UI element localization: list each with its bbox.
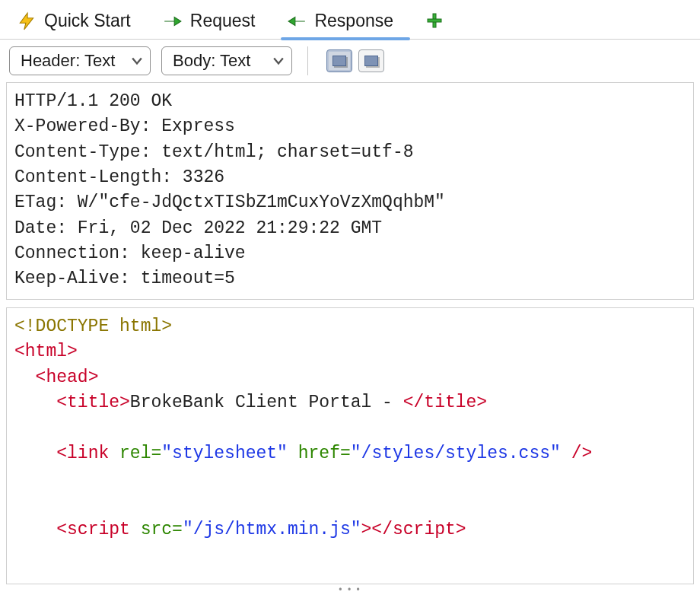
tag-name: html xyxy=(25,342,67,361)
doctype: <!DOCTYPE html> xyxy=(14,317,172,336)
tag-close: > xyxy=(67,342,78,361)
header-line: X-Powered-By: Express xyxy=(14,116,235,136)
plus-icon xyxy=(425,11,445,31)
eq: = xyxy=(340,444,351,463)
dropdown-label: Body: Text xyxy=(173,51,250,71)
tag-close: > xyxy=(361,520,372,539)
separator xyxy=(307,46,308,75)
title-text: BrokeBank Client Portal - xyxy=(130,393,403,412)
tag-name: link xyxy=(67,444,109,463)
attr-name: src xyxy=(141,520,172,539)
header-line: Connection: keep-alive xyxy=(14,243,246,263)
tag-open: </ xyxy=(403,393,425,412)
body-pane[interactable]: <!DOCTYPE html> <html> <head> <title>Bro… xyxy=(6,307,694,584)
header-format-dropdown[interactable]: Header: Text xyxy=(9,46,151,75)
layout-single-pane-button[interactable] xyxy=(326,49,352,72)
tag-open: < xyxy=(56,393,67,412)
header-line: Content-Type: text/html; charset=utf-8 xyxy=(14,142,414,162)
attr-value: "/styles/styles.css" xyxy=(351,444,561,463)
self-close: /> xyxy=(571,444,593,463)
tag-close: > xyxy=(88,368,99,387)
tab-label: Request xyxy=(190,11,256,31)
tag-close: > xyxy=(476,393,487,412)
tag-open: < xyxy=(14,342,25,361)
attr-name: href xyxy=(298,444,340,463)
chevron-down-icon xyxy=(132,56,142,66)
header-line: ETag: W/"cfe-JdQctxTISbZ1mCuxYoVzXmQqhbM… xyxy=(14,192,445,212)
tag-open: < xyxy=(56,444,67,463)
tag-name: head xyxy=(46,368,88,387)
pane-icon xyxy=(364,56,378,66)
tag-open: < xyxy=(56,520,67,539)
status-line: HTTP/1.1 200 OK xyxy=(14,91,172,111)
tag-close: > xyxy=(119,393,130,412)
tag-name: title xyxy=(424,393,476,412)
tab-response[interactable]: Response xyxy=(276,3,415,39)
header-line: Keep-Alive: timeout=5 xyxy=(14,269,235,288)
attr-value: "stylesheet" xyxy=(161,444,288,463)
dropdown-label: Header: Text xyxy=(21,51,115,71)
tag-open: </ xyxy=(371,520,393,539)
tab-bar: Quick Start Request Response xyxy=(0,0,700,40)
tag-name: script xyxy=(67,520,130,539)
header-line: Date: Fri, 02 Dec 2022 21:29:22 GMT xyxy=(14,218,382,238)
headers-pane[interactable]: HTTP/1.1 200 OK X-Powered-By: Express Co… xyxy=(6,82,694,300)
eq: = xyxy=(172,520,183,539)
attr-name: rel xyxy=(119,444,151,463)
tag-open: < xyxy=(36,368,46,387)
add-tab-button[interactable] xyxy=(415,4,456,39)
attr-value: "/js/htmx.min.js" xyxy=(183,520,361,539)
resize-handle[interactable]: • • • xyxy=(0,584,700,595)
svg-rect-1 xyxy=(428,19,441,22)
header-line: Content-Length: 3326 xyxy=(14,167,224,187)
tag-name: title xyxy=(67,393,119,412)
pane-icon xyxy=(332,56,346,66)
tab-quick-start[interactable]: Quick Start xyxy=(6,3,152,39)
tag-close: > xyxy=(456,520,466,539)
tag-name: script xyxy=(393,520,456,539)
tab-label: Response xyxy=(314,11,393,31)
tab-request[interactable]: Request xyxy=(152,3,277,39)
body-format-dropdown[interactable]: Body: Text xyxy=(161,46,292,75)
arrow-left-icon xyxy=(287,11,307,31)
chevron-down-icon xyxy=(273,56,284,66)
lightning-icon xyxy=(17,11,37,31)
arrow-right-icon xyxy=(163,11,183,31)
eq: = xyxy=(151,444,161,463)
toolbar: Header: Text Body: Text xyxy=(0,40,700,82)
response-panes: HTTP/1.1 200 OK X-Powered-By: Express Co… xyxy=(0,82,700,595)
layout-split-pane-button[interactable] xyxy=(358,49,384,72)
tab-label: Quick Start xyxy=(44,11,131,31)
layout-toggle-group xyxy=(323,46,387,75)
